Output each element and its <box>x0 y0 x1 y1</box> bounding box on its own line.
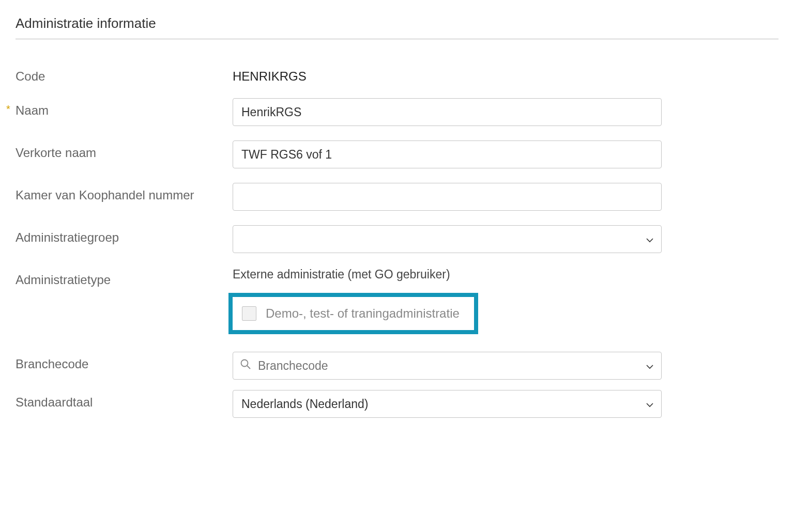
label-admin-type: Administratietype <box>16 268 233 287</box>
label-default-lang: Standaardtaal <box>16 390 233 410</box>
branch-code-select[interactable] <box>233 352 662 380</box>
demo-checkbox-highlight: Demo-, test- of traningadministratie <box>228 293 478 334</box>
required-indicator: * <box>6 103 10 115</box>
label-code: Code <box>16 64 233 84</box>
section-title: Administratie informatie <box>16 15 778 39</box>
name-input[interactable] <box>233 98 662 126</box>
label-short-name: Verkorte naam <box>16 140 233 160</box>
value-admin-type: Externe administratie (met GO gebruiker) <box>233 268 662 281</box>
label-kvk: Kamer van Koophandel nummer <box>16 183 233 202</box>
row-code: Code HENRIKRGS <box>16 64 778 84</box>
demo-checkbox-label: Demo-, test- of traningadministratie <box>266 306 460 321</box>
row-name: * Naam <box>16 98 778 126</box>
row-admin-group: Administratiegroep <box>16 225 778 253</box>
row-branch-code: Branchecode <box>16 352 778 380</box>
row-short-name: Verkorte naam <box>16 140 778 168</box>
label-name: Naam <box>16 103 49 117</box>
row-admin-type: Administratietype Externe administratie … <box>16 268 778 337</box>
label-branch-code: Branchecode <box>16 352 233 371</box>
admin-group-select[interactable] <box>233 225 662 253</box>
row-kvk: Kamer van Koophandel nummer <box>16 183 778 211</box>
kvk-input[interactable] <box>233 183 662 211</box>
value-code: HENRIKRGS <box>233 64 662 84</box>
row-default-lang: Standaardtaal <box>16 390 778 418</box>
default-lang-select[interactable] <box>233 390 662 418</box>
label-admin-group: Administratiegroep <box>16 225 233 245</box>
demo-checkbox[interactable] <box>242 306 256 321</box>
short-name-input[interactable] <box>233 140 662 168</box>
